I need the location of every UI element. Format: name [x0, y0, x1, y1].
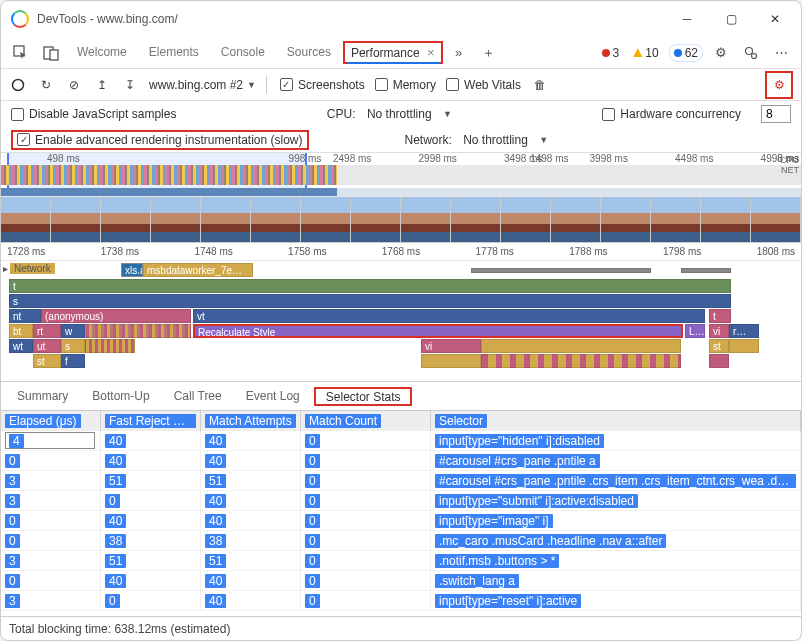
col-match-attempts[interactable]: Match Attempts — [201, 411, 301, 431]
hw-concurrency-input[interactable] — [761, 105, 791, 123]
hw-concurrency-checkbox[interactable]: Hardware concurrency — [602, 107, 741, 121]
maximize-button[interactable]: ▢ — [709, 3, 753, 35]
tab-event-log[interactable]: Event Log — [236, 384, 310, 408]
detail-tabs: Summary Bottom-Up Call Tree Event Log Se… — [1, 381, 801, 411]
close-icon[interactable]: × — [427, 45, 435, 60]
titlebar: DevTools - www.bing.com/ ─ ▢ ✕ — [1, 1, 801, 37]
errors-badge[interactable]: 3 — [598, 45, 624, 61]
tab-welcome[interactable]: Welcome — [67, 39, 137, 67]
svg-point-3 — [746, 47, 753, 54]
tab-bottom-up[interactable]: Bottom-Up — [82, 384, 159, 408]
tab-performance-highlight: Performance × — [343, 41, 443, 64]
tab-performance-label: Performance — [351, 46, 420, 60]
flame-chart[interactable]: ▸ Network xls.a msbdataworker_7e… t s nt… — [1, 261, 801, 381]
recording-select[interactable]: www.bing.com #2▼ — [149, 78, 256, 92]
timeline-ruler[interactable]: 1728 ms1738 ms1748 ms1758 ms1768 ms1778 … — [1, 243, 801, 261]
panel-tabstrip: Welcome Elements Console Sources Perform… — [1, 37, 801, 69]
tab-elements[interactable]: Elements — [139, 39, 209, 67]
overview-panel[interactable]: 498 ms998 ms1498 ms8 ms 2498 ms2998 ms34… — [1, 153, 801, 197]
network-throttle-select[interactable]: Network: No throttling ▼ — [405, 133, 549, 147]
kebab-icon[interactable]: ⋯ — [770, 42, 792, 64]
overview-cpu-graph — [1, 165, 801, 185]
table-row[interactable]: 038380.mc_caro .musCard .headline .nav a… — [1, 531, 801, 551]
filmstrip[interactable] — [1, 197, 801, 243]
table-row[interactable]: 30400input[type="submit" i]:active:disab… — [1, 491, 801, 511]
reload-icon[interactable]: ↻ — [37, 76, 55, 94]
tab-sources[interactable]: Sources — [277, 39, 341, 67]
load-icon[interactable]: ↥ — [93, 76, 111, 94]
minimize-button[interactable]: ─ — [665, 3, 709, 35]
cpu-throttle-select[interactable]: CPU: No throttling ▼ — [327, 107, 452, 121]
close-button[interactable]: ✕ — [753, 3, 797, 35]
flame-xls[interactable]: xls.a — [121, 263, 143, 277]
table-row[interactable]: 040400.switch_lang a — [1, 571, 801, 591]
tab-summary[interactable]: Summary — [7, 384, 78, 408]
tab-selector-stats[interactable]: Selector Stats — [316, 385, 411, 409]
capture-settings-icon[interactable]: ⚙ — [770, 76, 788, 94]
memory-checkbox[interactable]: Memory — [375, 78, 436, 92]
overview-net-graph — [1, 188, 801, 196]
capture-settings-highlight: ⚙ — [765, 71, 793, 99]
flame-recalc-style[interactable]: Recalculate Style — [193, 324, 683, 338]
col-fast-reject[interactable]: Fast Reject Cou… — [101, 411, 201, 431]
adv-rendering-highlight: Enable advanced rendering instrumentatio… — [11, 130, 309, 150]
record-icon[interactable] — [9, 76, 27, 94]
tab-selector-stats-highlight: Selector Stats — [314, 387, 413, 406]
delete-icon[interactable]: 🗑 — [531, 76, 549, 94]
adv-rendering-checkbox[interactable]: Enable advanced rendering instrumentatio… — [17, 133, 303, 147]
clear-icon[interactable]: ⊘ — [65, 76, 83, 94]
webvitals-checkbox[interactable]: Web Vitals — [446, 78, 521, 92]
settings-icon[interactable]: ⚙ — [710, 42, 732, 64]
table-row[interactable]: 040400#carousel #crs_pane .pntile a — [1, 451, 801, 471]
table-row[interactable]: 30400input[type="reset" i]:active — [1, 591, 801, 611]
flame-msb[interactable]: msbdataworker_7e… — [143, 263, 253, 277]
more-tabs-icon[interactable]: » — [448, 42, 470, 64]
col-selector[interactable]: Selector — [431, 411, 801, 431]
svg-rect-2 — [50, 50, 58, 60]
svg-point-4 — [752, 53, 757, 58]
save-icon[interactable]: ↧ — [121, 76, 139, 94]
svg-point-5 — [13, 79, 24, 90]
perf-toolbar: ↻ ⊘ ↥ ↧ www.bing.com #2▼ Screenshots Mem… — [1, 69, 801, 101]
settings-row-1: Disable JavaScript samples CPU: No throt… — [1, 101, 801, 127]
table-header: Elapsed (μs) Fast Reject Cou… Match Atte… — [1, 411, 801, 431]
status-bar: Total blocking time: 638.12ms (estimated… — [1, 616, 801, 640]
warnings-badge[interactable]: 10 — [629, 45, 662, 61]
window-title: DevTools - www.bing.com/ — [37, 12, 665, 26]
table-row[interactable]: 351510#carousel #crs_pane .pntile .crs_i… — [1, 471, 801, 491]
tab-console[interactable]: Console — [211, 39, 275, 67]
disable-js-checkbox[interactable]: Disable JavaScript samples — [11, 107, 176, 121]
overview-ticks: 2498 ms2998 ms3498 ms3998 ms4498 ms4998 … — [331, 153, 801, 164]
table-body[interactable]: 440400input[type="hidden" i]:disabled040… — [1, 431, 801, 611]
inspect-icon[interactable] — [10, 42, 32, 64]
tab-performance[interactable]: Performance × — [347, 44, 439, 64]
tab-call-tree[interactable]: Call Tree — [164, 384, 232, 408]
devtools-window: DevTools - www.bing.com/ ─ ▢ ✕ Welcome E… — [0, 0, 802, 641]
settings-row-2: Enable advanced rendering instrumentatio… — [1, 127, 801, 153]
feedback-icon[interactable] — [740, 42, 762, 64]
flame-s[interactable]: s — [9, 294, 731, 308]
total-blocking-time: Total blocking time: 638.12ms (estimated… — [9, 622, 230, 636]
selector-stats-table: Elapsed (μs) Fast Reject Cou… Match Atte… — [1, 411, 801, 616]
table-row[interactable]: 040400input[type="image" i] — [1, 511, 801, 531]
col-match-count[interactable]: Match Count — [301, 411, 431, 431]
col-elapsed[interactable]: Elapsed (μs) — [1, 411, 101, 431]
overview-side-labels: CPUNET — [780, 155, 799, 175]
info-badge[interactable]: 62 — [669, 44, 703, 62]
screenshots-checkbox[interactable]: Screenshots — [280, 78, 365, 92]
table-row[interactable]: 351510.notif.msb .buttons > * — [1, 551, 801, 571]
table-row[interactable]: 440400input[type="hidden" i]:disabled — [1, 431, 801, 451]
edge-icon — [11, 10, 29, 28]
device-icon[interactable] — [40, 42, 62, 64]
add-tab-icon[interactable]: ＋ — [478, 42, 500, 64]
flame-t[interactable]: t — [9, 279, 731, 293]
